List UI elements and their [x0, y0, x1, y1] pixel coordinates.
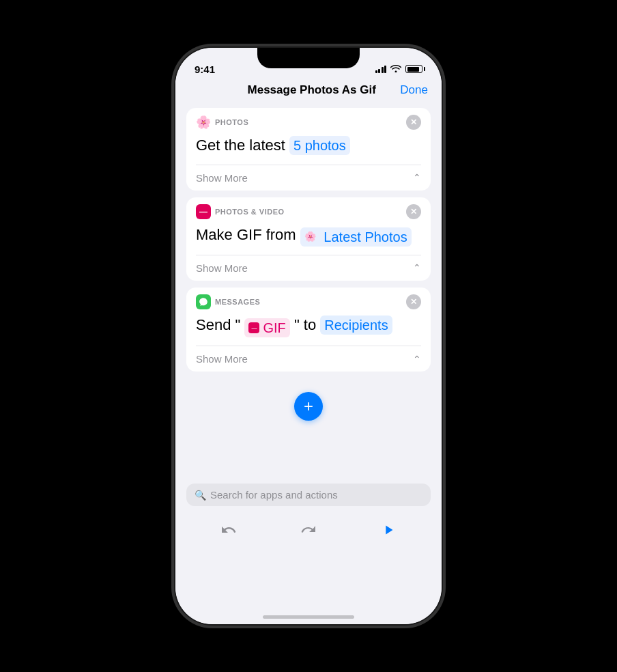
main-content: 🌸 PHOTOS ✕ Get the latest 5 photos Show … — [175, 102, 442, 478]
messages-close-button[interactable]: ✕ — [406, 294, 421, 309]
photos-show-more[interactable]: Show More ⌃ — [186, 165, 431, 191]
battery-fill — [407, 67, 419, 72]
notch — [257, 48, 360, 68]
photos-video-show-more[interactable]: Show More ⌃ — [186, 255, 431, 281]
screen: 9:41 Message — [175, 48, 442, 624]
add-button-container: + — [186, 378, 431, 432]
photos-tag-text: 5 photos — [293, 136, 346, 155]
wifi-icon — [390, 64, 401, 74]
page-title: Message Photos As Gif — [248, 83, 376, 97]
spacer — [186, 432, 431, 473]
photos-video-tag-text: Latest Photos — [324, 227, 407, 247]
photos-video-card-header: — PHOTOS & VIDEO ✕ — [186, 197, 431, 223]
redo-button[interactable] — [297, 518, 320, 542]
undo-button[interactable] — [217, 518, 240, 542]
status-icons — [375, 64, 423, 74]
messages-card-body: Send " —GIF " to Recipients — [186, 313, 431, 346]
photos-show-more-label: Show More — [196, 172, 248, 184]
photos-icon: 🌸 — [196, 115, 211, 130]
photos-body-prefix: Get the latest — [196, 137, 289, 154]
messages-body-suffix: " to — [290, 316, 321, 333]
play-button[interactable] — [377, 518, 400, 542]
search-bar[interactable]: 🔍 Search for apps and actions — [186, 484, 431, 506]
photos-card-label: PHOTOS — [215, 118, 402, 126]
search-icon: 🔍 — [195, 490, 206, 501]
messages-body-prefix: Send " — [196, 316, 244, 333]
done-button[interactable]: Done — [400, 83, 428, 97]
messages-card-label: MESSAGES — [215, 298, 402, 306]
messages-show-more[interactable]: Show More ⌃ — [186, 346, 431, 372]
add-icon: + — [304, 397, 313, 416]
nav-bar: Message Photos As Gif Done — [175, 81, 442, 102]
messages-show-more-label: Show More — [196, 353, 248, 365]
messages-recipients-text: Recipients — [324, 316, 388, 335]
photos-video-chevron-icon: ⌃ — [413, 262, 421, 273]
photos-video-tag[interactable]: 🌸 Latest Photos — [300, 227, 412, 247]
photos-card: 🌸 PHOTOS ✕ Get the latest 5 photos Show … — [186, 108, 431, 191]
photos-video-card-body: Make GIF from 🌸 Latest Photos — [186, 223, 431, 255]
messages-gif-text: GIF — [263, 318, 285, 337]
photos-video-card: — PHOTOS & VIDEO ✕ Make GIF from 🌸 Lates… — [186, 197, 431, 281]
add-action-button[interactable]: + — [294, 392, 323, 421]
messages-card-header: MESSAGES ✕ — [186, 288, 431, 313]
status-time: 9:41 — [195, 64, 215, 75]
photos-video-show-more-label: Show More — [196, 262, 248, 274]
photos-chevron-icon: ⌃ — [413, 172, 421, 183]
photos-video-close-button[interactable]: ✕ — [406, 204, 421, 219]
search-bar-container: 🔍 Search for apps and actions — [175, 478, 442, 512]
messages-chevron-icon: ⌃ — [413, 354, 421, 365]
photos-card-header: 🌸 PHOTOS ✕ — [186, 108, 431, 134]
photos-card-body: Get the latest 5 photos — [186, 134, 431, 165]
photos-tag[interactable]: 5 photos — [289, 136, 350, 155]
photos-close-button[interactable]: ✕ — [406, 115, 421, 130]
messages-recipients-tag[interactable]: Recipients — [320, 316, 392, 335]
search-placeholder: Search for apps and actions — [210, 489, 338, 501]
phone-frame: 9:41 Message — [175, 48, 442, 624]
messages-gif-tag[interactable]: —GIF — [244, 318, 289, 337]
photos-video-card-label: PHOTOS & VIDEO — [215, 208, 402, 216]
battery-icon — [405, 65, 422, 73]
photos-video-body-prefix: Make GIF from — [196, 226, 300, 243]
messages-icon — [196, 294, 211, 309]
messages-card: MESSAGES ✕ Send " —GIF " to Recipients S… — [186, 288, 431, 372]
home-indicator — [263, 615, 354, 619]
photos-video-icon: — — [196, 204, 211, 219]
signal-icon — [375, 66, 387, 73]
bottom-toolbar — [175, 512, 442, 548]
